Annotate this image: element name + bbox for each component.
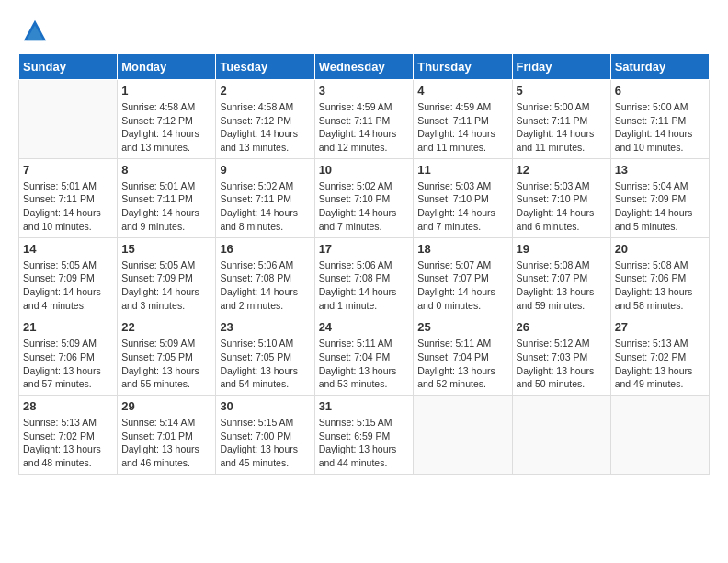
day-number: 19 [517,242,607,256]
day-info: Sunrise: 5:12 AMSunset: 7:03 PMDaylight:… [517,337,607,391]
day-info: Sunrise: 5:11 AMSunset: 7:04 PMDaylight:… [417,337,507,391]
day-number: 13 [615,163,705,177]
day-number: 5 [517,84,607,98]
day-number: 20 [615,242,705,256]
day-number: 21 [23,320,113,334]
day-info: Sunrise: 5:07 AMSunset: 7:07 PMDaylight:… [417,259,507,313]
calendar-cell: 23Sunrise: 5:10 AMSunset: 7:05 PMDayligh… [216,316,314,396]
weekday-header-monday: Monday [118,54,216,80]
week-row-1: 1Sunrise: 4:58 AMSunset: 7:12 PMDaylight… [19,80,710,159]
day-info: Sunrise: 4:58 AMSunset: 7:12 PMDaylight:… [220,100,310,155]
calendar-cell: 4Sunrise: 4:59 AMSunset: 7:11 PMDaylight… [414,80,512,159]
calendar-table: SundayMondayTuesdayWednesdayThursdayFrid… [18,53,710,475]
day-info: Sunrise: 5:09 AMSunset: 7:05 PMDaylight:… [121,337,211,391]
calendar-cell: 18Sunrise: 5:07 AMSunset: 7:07 PMDayligh… [414,237,512,316]
calendar-cell: 29Sunrise: 5:14 AMSunset: 7:01 PMDayligh… [118,396,216,475]
week-row-2: 7Sunrise: 5:01 AMSunset: 7:11 PMDaylight… [19,158,710,237]
day-info: Sunrise: 4:58 AMSunset: 7:12 PMDaylight:… [121,100,211,155]
day-info: Sunrise: 5:15 AMSunset: 7:00 PMDaylight:… [220,416,310,470]
weekday-header-thursday: Thursday [414,54,512,80]
calendar-cell [512,396,610,475]
calendar-cell: 2Sunrise: 4:58 AMSunset: 7:12 PMDaylight… [216,80,314,159]
calendar-cell: 16Sunrise: 5:06 AMSunset: 7:08 PMDayligh… [216,237,314,316]
calendar-cell: 20Sunrise: 5:08 AMSunset: 7:06 PMDayligh… [610,237,709,316]
day-number: 27 [615,320,705,334]
day-number: 31 [319,399,410,413]
day-number: 2 [220,84,310,98]
calendar-cell: 31Sunrise: 5:15 AMSunset: 6:59 PMDayligh… [314,396,414,475]
calendar-cell: 11Sunrise: 5:03 AMSunset: 7:10 PMDayligh… [414,158,512,237]
weekday-header-sunday: Sunday [19,54,118,80]
calendar-cell: 3Sunrise: 4:59 AMSunset: 7:11 PMDaylight… [314,80,414,159]
day-number: 15 [121,242,211,256]
calendar-cell: 19Sunrise: 5:08 AMSunset: 7:07 PMDayligh… [512,237,610,316]
weekday-header-wednesday: Wednesday [314,54,414,80]
calendar-cell: 25Sunrise: 5:11 AMSunset: 7:04 PMDayligh… [414,316,512,396]
day-number: 29 [121,399,211,413]
day-info: Sunrise: 5:02 AMSunset: 7:10 PMDaylight:… [319,179,410,234]
day-info: Sunrise: 5:04 AMSunset: 7:09 PMDaylight:… [615,179,705,234]
day-number: 7 [23,163,113,177]
day-number: 28 [23,399,113,413]
day-info: Sunrise: 5:14 AMSunset: 7:01 PMDaylight:… [121,416,211,470]
day-number: 12 [517,163,607,177]
weekday-header-friday: Friday [512,54,610,80]
day-info: Sunrise: 5:09 AMSunset: 7:06 PMDaylight:… [23,337,113,391]
day-number: 26 [517,320,607,334]
day-number: 6 [615,84,705,98]
calendar-cell: 26Sunrise: 5:12 AMSunset: 7:03 PMDayligh… [512,316,610,396]
calendar-cell: 13Sunrise: 5:04 AMSunset: 7:09 PMDayligh… [610,158,709,237]
day-number: 4 [417,84,507,98]
calendar-cell: 7Sunrise: 5:01 AMSunset: 7:11 PMDaylight… [19,158,118,237]
weekday-header-tuesday: Tuesday [216,54,314,80]
day-number: 9 [220,163,310,177]
logo [18,18,48,44]
calendar-cell: 27Sunrise: 5:13 AMSunset: 7:02 PMDayligh… [610,316,709,396]
day-info: Sunrise: 5:08 AMSunset: 7:07 PMDaylight:… [517,259,607,313]
day-number: 18 [417,242,507,256]
day-info: Sunrise: 5:05 AMSunset: 7:09 PMDaylight:… [121,259,211,313]
weekday-header-row: SundayMondayTuesdayWednesdayThursdayFrid… [19,54,710,80]
calendar-cell: 5Sunrise: 5:00 AMSunset: 7:11 PMDaylight… [512,80,610,159]
day-number: 23 [220,320,310,334]
weekday-header-saturday: Saturday [610,54,709,80]
day-number: 16 [220,242,310,256]
day-info: Sunrise: 5:00 AMSunset: 7:11 PMDaylight:… [615,100,705,155]
calendar-cell: 14Sunrise: 5:05 AMSunset: 7:09 PMDayligh… [19,237,118,316]
day-number: 11 [417,163,507,177]
calendar-cell [414,396,512,475]
calendar-cell: 6Sunrise: 5:00 AMSunset: 7:11 PMDaylight… [610,80,709,159]
logo-icon [22,18,48,44]
day-info: Sunrise: 5:01 AMSunset: 7:11 PMDaylight:… [23,179,113,234]
day-info: Sunrise: 4:59 AMSunset: 7:11 PMDaylight:… [319,100,410,155]
day-number: 25 [417,320,507,334]
week-row-4: 21Sunrise: 5:09 AMSunset: 7:06 PMDayligh… [19,316,710,396]
day-info: Sunrise: 5:06 AMSunset: 7:08 PMDaylight:… [319,259,410,313]
day-info: Sunrise: 5:08 AMSunset: 7:06 PMDaylight:… [615,259,705,313]
day-number: 1 [121,84,211,98]
calendar-cell: 24Sunrise: 5:11 AMSunset: 7:04 PMDayligh… [314,316,414,396]
day-number: 30 [220,399,310,413]
calendar-cell: 30Sunrise: 5:15 AMSunset: 7:00 PMDayligh… [216,396,314,475]
day-number: 22 [121,320,211,334]
calendar-cell [19,80,118,159]
calendar-cell: 12Sunrise: 5:03 AMSunset: 7:10 PMDayligh… [512,158,610,237]
day-info: Sunrise: 5:02 AMSunset: 7:11 PMDaylight:… [220,179,310,234]
week-row-3: 14Sunrise: 5:05 AMSunset: 7:09 PMDayligh… [19,237,710,316]
calendar-cell: 8Sunrise: 5:01 AMSunset: 7:11 PMDaylight… [118,158,216,237]
day-number: 17 [319,242,410,256]
day-number: 24 [319,320,410,334]
day-number: 3 [319,84,410,98]
calendar-cell [610,396,709,475]
day-info: Sunrise: 5:06 AMSunset: 7:08 PMDaylight:… [220,259,310,313]
day-number: 8 [121,163,211,177]
calendar-cell: 22Sunrise: 5:09 AMSunset: 7:05 PMDayligh… [118,316,216,396]
day-info: Sunrise: 5:03 AMSunset: 7:10 PMDaylight:… [517,179,607,234]
page-header [18,18,710,44]
day-info: Sunrise: 5:01 AMSunset: 7:11 PMDaylight:… [121,179,211,234]
calendar-cell: 9Sunrise: 5:02 AMSunset: 7:11 PMDaylight… [216,158,314,237]
calendar-cell: 28Sunrise: 5:13 AMSunset: 7:02 PMDayligh… [19,396,118,475]
day-info: Sunrise: 5:03 AMSunset: 7:10 PMDaylight:… [417,179,507,234]
calendar-cell: 15Sunrise: 5:05 AMSunset: 7:09 PMDayligh… [118,237,216,316]
week-row-5: 28Sunrise: 5:13 AMSunset: 7:02 PMDayligh… [19,396,710,475]
